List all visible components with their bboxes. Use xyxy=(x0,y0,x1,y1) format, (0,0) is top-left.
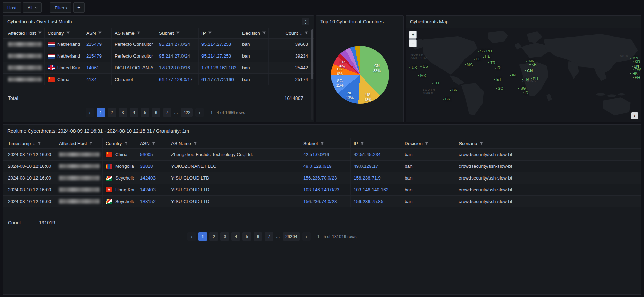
page-button[interactable]: 6 xyxy=(254,232,262,241)
last-page-button[interactable]: 422 xyxy=(181,108,193,117)
ip-link[interactable]: 61.177.172.160 xyxy=(201,77,234,82)
column-label: ASN xyxy=(86,31,96,36)
panel-menu-button[interactable]: ⋮ xyxy=(302,18,309,25)
ip-link[interactable]: 42.51.45.234 xyxy=(354,152,381,157)
subnet-link[interactable]: 42.51.0.0/16 xyxy=(303,152,329,157)
asn-link[interactable]: 56005 xyxy=(140,152,153,157)
subnet-link[interactable]: 95.214.27.0/24 xyxy=(159,42,190,47)
panel-title: Cyberthreats Over Last Month xyxy=(7,19,72,24)
subnet-link[interactable]: 95.214.27.0/24 xyxy=(159,53,190,59)
page-button[interactable]: 7 xyxy=(163,108,171,117)
world-map-shapes xyxy=(406,28,641,122)
timestamp-value: 2024-08-10 12:16:00 xyxy=(8,199,51,204)
map-country-label: SC xyxy=(496,86,503,90)
filter-icon[interactable] xyxy=(320,142,324,145)
pie-chart-area: CN38% US13% NL13% SG11% HK6% FR5% xyxy=(316,28,403,122)
table-body: 2024-08-10 12:16:00 China 56005 Zhengzho… xyxy=(3,149,641,207)
pie-slice-label: NL13% xyxy=(346,91,354,101)
filter-icon[interactable] xyxy=(262,31,266,35)
pie-slice-label: FR5% xyxy=(339,60,345,70)
blurred-host xyxy=(59,152,100,157)
ip-link[interactable]: 95.214.27.253 xyxy=(201,42,231,47)
panel-threats-month: Cyberthreats Over Last Month ⋮ Affected … xyxy=(3,15,314,122)
table-row: 2024-08-10 12:16:00 Seychelles 142403 YI… xyxy=(3,172,641,184)
asn-link[interactable]: 142403 xyxy=(140,175,156,181)
ip-link[interactable]: 95.214.27.253 xyxy=(201,53,231,59)
filter-icon[interactable] xyxy=(38,142,41,145)
page-button[interactable]: 2 xyxy=(108,108,116,117)
filter-icon[interactable] xyxy=(66,31,70,35)
page-button[interactable]: 3 xyxy=(220,232,229,241)
zoom-in-button[interactable]: + xyxy=(409,31,417,39)
asn-link[interactable]: 4134 xyxy=(86,77,97,82)
asn-link[interactable]: 215479 xyxy=(86,42,102,47)
filter-icon[interactable] xyxy=(360,142,364,145)
ip-link[interactable]: 103.146.140.162 xyxy=(354,187,388,192)
world-map[interactable]: USUSMXCOBRBRSERUDEUAMATRIRETSCINCNMNKRTH… xyxy=(406,28,641,122)
last-page-button[interactable]: 26204 xyxy=(283,232,300,241)
zoom-out-button[interactable]: − xyxy=(409,39,417,47)
filter-icon[interactable] xyxy=(305,31,308,35)
page-button[interactable]: 5 xyxy=(242,232,251,241)
decision-value: ban xyxy=(242,65,250,70)
count-row: Count 131019 xyxy=(3,218,641,227)
prev-page-button[interactable]: ‹ xyxy=(187,232,196,241)
blurred-host xyxy=(59,187,100,192)
prev-page-button[interactable]: ‹ xyxy=(86,108,94,117)
filter-icon[interactable] xyxy=(208,31,212,35)
asn-link[interactable]: 215479 xyxy=(86,53,102,59)
subnet-link[interactable]: 61.177.128.0/17 xyxy=(159,77,193,82)
next-page-button[interactable]: › xyxy=(195,108,204,117)
filter-icon[interactable] xyxy=(425,142,428,145)
filter-icon[interactable] xyxy=(479,142,483,145)
host-variable-dropdown[interactable]: All xyxy=(23,2,42,13)
subnet-link[interactable]: 49.0.128.0/19 xyxy=(303,164,332,169)
map-country-label: MX xyxy=(418,74,426,78)
as-name: YISU CLOUD LTD xyxy=(171,187,209,192)
panel-top-countries: Top 10 Cyberthreat Countries CN38% US13%… xyxy=(316,15,404,122)
asn-link[interactable]: 38818 xyxy=(140,164,153,169)
ip-link[interactable]: 178.128.161.183 xyxy=(201,65,236,70)
filter-icon[interactable] xyxy=(137,31,140,35)
blurred-host xyxy=(8,42,42,47)
page-button[interactable]: 7 xyxy=(265,232,273,241)
pagination-ellipsis: … xyxy=(174,110,179,115)
page-button[interactable]: 5 xyxy=(141,108,149,117)
subnet-link[interactable]: 103.146.140.0/23 xyxy=(303,187,339,192)
page-button[interactable]: 6 xyxy=(152,108,160,117)
subnet-link[interactable]: 178.128.0.0/16 xyxy=(159,65,190,70)
ip-link[interactable]: 49.0.129.17 xyxy=(354,164,378,169)
filter-icon[interactable] xyxy=(98,31,102,35)
sort-desc-icon[interactable]: ↓ xyxy=(300,31,303,36)
page-button[interactable]: 3 xyxy=(119,108,127,117)
page-button[interactable]: 4 xyxy=(130,108,138,117)
page-button[interactable]: 1 xyxy=(97,108,105,117)
asn-link[interactable]: 14061 xyxy=(86,65,99,70)
filter-icon[interactable] xyxy=(176,31,180,35)
filter-icon[interactable] xyxy=(38,31,42,35)
panel-title: Realtime Cyberthreats: 2024-08-09 12:16:… xyxy=(7,128,189,134)
filter-icon[interactable] xyxy=(194,142,197,145)
page-button[interactable]: 2 xyxy=(209,232,218,241)
next-page-button[interactable]: › xyxy=(302,232,311,241)
ip-link[interactable]: 156.236.71.9 xyxy=(354,175,381,181)
page-button[interactable]: 4 xyxy=(231,232,240,241)
filter-icon[interactable] xyxy=(124,142,128,145)
scrollbar-thumb[interactable] xyxy=(311,29,313,79)
page-button[interactable]: 1 xyxy=(198,232,207,241)
filter-icon[interactable] xyxy=(152,142,156,145)
subnet-link[interactable]: 156.236.74.0/23 xyxy=(303,199,337,204)
scenario-value: crowdsecurity/ssh-slow-bf xyxy=(459,164,512,169)
ip-link[interactable]: 156.236.75.85 xyxy=(354,199,383,204)
asn-link[interactable]: 142403 xyxy=(140,187,156,192)
asn-link[interactable]: 138152 xyxy=(140,199,156,204)
filter-icon[interactable] xyxy=(89,142,93,145)
subnet-link[interactable]: 156.236.70.0/23 xyxy=(303,175,337,181)
panel-header: Top 10 Cyberthreat Countries xyxy=(316,16,403,28)
map-attribution-button[interactable]: i xyxy=(631,112,638,119)
blurred-host xyxy=(8,54,42,58)
sort-desc-icon[interactable]: ↓ xyxy=(33,141,35,146)
add-filter-button[interactable]: + xyxy=(73,2,85,13)
country-name: Seychelles xyxy=(115,175,134,181)
map-country-label: US xyxy=(409,65,417,70)
